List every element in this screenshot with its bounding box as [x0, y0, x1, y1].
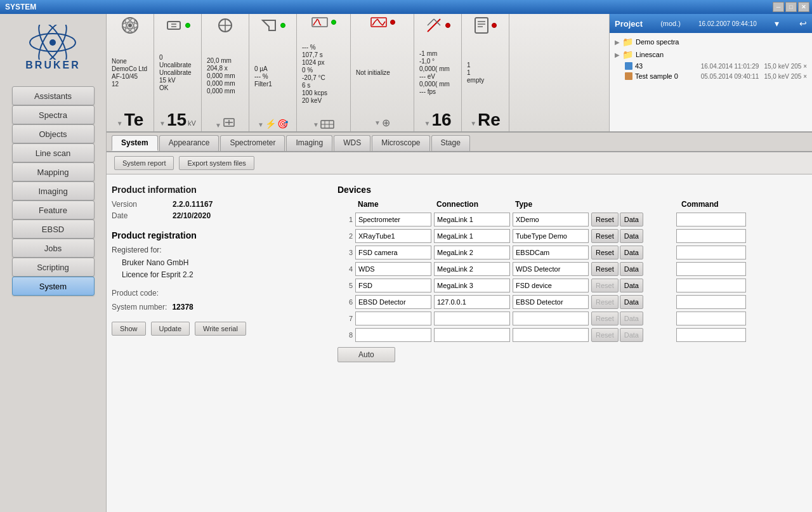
device-name-input-4[interactable]	[355, 262, 431, 276]
stage-arrow: ▼	[215, 122, 221, 129]
tree-item-43[interactable]: 43 16.04.2014 11:01:29 15,0 keV 205 ×	[612, 61, 809, 71]
device-command-input-2[interactable]	[676, 229, 746, 243]
sidebar-item-objects[interactable]: Objects	[12, 124, 95, 143]
header-command: Command	[681, 200, 751, 209]
device-data-button-2[interactable]: Data	[620, 229, 643, 243]
device-btn-group-1: ResetData	[591, 213, 674, 226]
device-reset-button-8: Reset	[591, 328, 619, 342]
device-connection-input-2[interactable]	[434, 229, 510, 243]
device-connection-input-6[interactable]	[434, 295, 510, 309]
device-type-input-8[interactable]	[513, 328, 589, 342]
device-data-button-4[interactable]: Data	[620, 262, 643, 276]
project-datetime: 16.02.2007 09:44:10	[698, 20, 757, 27]
write-serial-button[interactable]: Write serial	[195, 322, 246, 336]
device-name-input-7[interactable]	[355, 312, 431, 325]
device-name-input-1[interactable]	[355, 213, 431, 226]
device-data-button-3[interactable]: Data	[620, 246, 643, 259]
tab-system[interactable]: System	[112, 135, 158, 151]
svg-line-38	[428, 19, 434, 25]
project-dropdown-icon[interactable]: ▾	[775, 18, 779, 29]
device-name-input-3[interactable]	[355, 246, 431, 259]
sidebar-item-mapping[interactable]: Mapping	[12, 162, 95, 181]
notinit-status-indicator	[390, 20, 395, 25]
tree-meta2-test-sample: 15,0 keV 205 ×	[764, 73, 807, 80]
tab-imaging[interactable]: Imaging	[286, 135, 332, 151]
device-num-6: 6	[337, 298, 353, 306]
svg-line-23	[317, 19, 318, 20]
svg-line-25	[320, 24, 321, 25]
sidebar-item-ebsd[interactable]: EBSD	[12, 220, 95, 239]
sidebar-item-imaging[interactable]: Imaging	[12, 181, 95, 200]
device-command-input-4[interactable]	[676, 262, 746, 276]
tab-microscope[interactable]: Microscope	[372, 135, 429, 151]
device-btn-group-4: ResetData	[591, 262, 674, 276]
sidebar-item-jobs[interactable]: Jobs	[12, 239, 95, 258]
tab-appearance[interactable]: Appearance	[159, 135, 219, 151]
device-command-input-6[interactable]	[676, 295, 746, 309]
device-command-input-5[interactable]	[676, 279, 746, 292]
svg-line-21	[315, 22, 316, 23]
device-type-input-2[interactable]	[513, 229, 589, 243]
device-connection-input-1[interactable]	[434, 213, 510, 226]
device-command-input-8[interactable]	[676, 328, 746, 342]
auto-button[interactable]: Auto	[337, 347, 395, 362]
maximize-button[interactable]: □	[785, 2, 797, 12]
device-data-button-7: Data	[620, 312, 643, 325]
device-command-input-3[interactable]	[676, 246, 746, 259]
device-reset-button-2[interactable]: Reset	[591, 229, 619, 243]
date-value: 22/10/2020	[173, 211, 211, 220]
tab-spectrometer[interactable]: Spectrometer	[220, 135, 285, 151]
device-command-input-1[interactable]	[676, 213, 746, 226]
device-name-input-6[interactable]	[355, 295, 431, 309]
tab-wds[interactable]: WDS	[334, 135, 370, 151]
product-code-label: Product code:	[112, 289, 159, 298]
device-type-input-3[interactable]	[513, 246, 589, 259]
device-data-button-5[interactable]: Data	[620, 279, 643, 292]
tab-stage[interactable]: Stage	[431, 135, 470, 151]
sidebar-item-system[interactable]: System	[12, 277, 95, 296]
device-data-button-1[interactable]: Data	[620, 213, 643, 226]
device-connection-input-7[interactable]	[434, 312, 510, 325]
stage-icon	[216, 16, 234, 34]
tree-label-demo-spectra: Demo spectra	[636, 38, 679, 46]
tree-label-test-sample: Test sample 0	[635, 72, 698, 80]
device-data-button-6[interactable]: Data	[620, 295, 643, 309]
device-connection-input-8[interactable]	[434, 328, 510, 342]
update-button[interactable]: Update	[151, 322, 190, 336]
sidebar-item-assistants[interactable]: Assistants	[12, 86, 95, 105]
show-button[interactable]: Show	[112, 322, 146, 336]
device-type-input-6[interactable]	[513, 295, 589, 309]
logo-area: BRUKER	[12, 19, 95, 76]
sidebar: BRUKER AssistantsSpectraObjectsLine scan…	[0, 14, 107, 512]
tab-bar: System Appearance Spectrometer Imaging W…	[107, 133, 812, 152]
device-btn-group-8: ResetData	[591, 328, 674, 342]
export-system-files-button[interactable]: Export system files	[179, 156, 254, 170]
product-section: Product information Version 2.2.0.11167 …	[112, 185, 807, 362]
device-type-input-5[interactable]	[513, 279, 589, 292]
device-reset-button-3[interactable]: Reset	[591, 246, 619, 259]
system-report-button[interactable]: System report	[114, 156, 174, 170]
device-command-input-7[interactable]	[676, 312, 746, 325]
device-type-input-4[interactable]	[513, 262, 589, 276]
device-type-input-7[interactable]	[513, 312, 589, 325]
device-name-input-5[interactable]	[355, 279, 431, 292]
device-name-input-2[interactable]	[355, 229, 431, 243]
device-connection-input-5[interactable]	[434, 279, 510, 292]
tree-item-linescan[interactable]: ▶ 📁 Linescan	[612, 48, 809, 61]
device-name-input-8[interactable]	[355, 328, 431, 342]
sidebar-item-scripting[interactable]: Scripting	[12, 258, 95, 277]
device-reset-button-1[interactable]: Reset	[591, 213, 619, 226]
minimize-button[interactable]: ─	[773, 2, 784, 12]
device-type-input-1[interactable]	[513, 213, 589, 226]
project-back-icon[interactable]: ↩	[799, 18, 807, 29]
device-connection-input-4[interactable]	[434, 262, 510, 276]
tree-item-demo-spectra[interactable]: ▶ 📁 Demo spectra	[612, 36, 809, 48]
sidebar-item-linescan[interactable]: Line scan	[12, 143, 95, 162]
close-button[interactable]: ✕	[798, 2, 809, 12]
device-connection-input-3[interactable]	[434, 246, 510, 259]
device-reset-button-4[interactable]: Reset	[591, 262, 619, 276]
sidebar-item-spectra[interactable]: Spectra	[12, 105, 95, 124]
project-modified-label: (mod.)	[660, 20, 681, 27]
sidebar-item-feature[interactable]: Feature	[12, 200, 95, 220]
tree-item-test-sample[interactable]: Test sample 0 05.05.2014 09:40:11 15,0 k…	[612, 71, 809, 81]
